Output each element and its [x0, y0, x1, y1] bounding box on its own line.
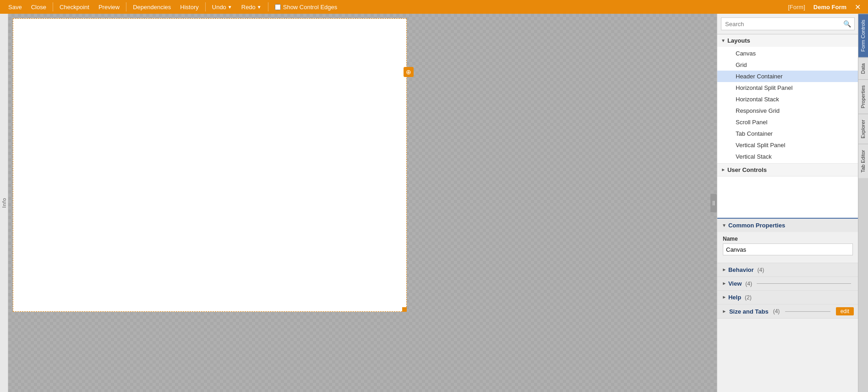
redo-dropdown[interactable]: Redo ▼: [237, 0, 266, 14]
layouts-section: ▼ Layouts Canvas Grid Header Container H…: [717, 34, 858, 164]
toolbar-divider-1: [53, 2, 53, 11]
help-count: (2): [745, 294, 752, 301]
tab-explorer[interactable]: Explorer: [858, 114, 868, 144]
help-arrow: ▼: [721, 295, 726, 300]
demo-form-button[interactable]: Demo Form: [809, 0, 851, 14]
save-button[interactable]: Save: [4, 0, 27, 14]
window-close-button[interactable]: ✕: [851, 3, 864, 11]
layouts-items: Canvas Grid Header Container Horizontal …: [717, 47, 858, 163]
size-tabs-line: [785, 311, 830, 312]
right-panel: 🔍 ▼ Layouts Canvas Grid Header Container…: [717, 14, 868, 392]
search-icon[interactable]: 🔍: [843, 20, 851, 28]
properties-panel: ▼ Common Properties Name ▼ Behavior: [717, 218, 858, 392]
toolbar: Save Close Checkpoint Preview Dependenci…: [0, 0, 868, 14]
form-tag-label: [Form]: [784, 4, 809, 11]
size-tabs-arrow: ▼: [721, 309, 726, 314]
tree-item-canvas[interactable]: Canvas: [717, 48, 858, 59]
close-button[interactable]: Close: [27, 0, 51, 14]
undo-dropdown[interactable]: Undo ▼: [207, 0, 237, 14]
common-props-arrow: ▼: [722, 223, 726, 228]
tree-item-grid[interactable]: Grid: [717, 59, 858, 71]
common-properties-header[interactable]: ▼ Common Properties: [717, 219, 858, 232]
user-controls-arrow: ▼: [721, 168, 726, 172]
control-edges-input[interactable]: [275, 4, 281, 10]
search-area: 🔍: [717, 14, 858, 34]
user-controls-section: ▼ User Controls: [717, 164, 858, 177]
canvas-wrapper: ⊕ ||: [8, 14, 717, 392]
edit-button[interactable]: edit: [836, 307, 854, 315]
help-section: ▼ Help (2): [717, 291, 858, 304]
size-tabs-header[interactable]: ▼ Size and Tabs (4) edit: [717, 304, 858, 318]
canvas-area: ⊕ ||: [8, 14, 717, 392]
move-icon: ⊕: [406, 68, 411, 76]
form-canvas[interactable]: ⊕: [13, 18, 407, 312]
user-controls-section-header[interactable]: ▼ User Controls: [717, 164, 858, 176]
toolbar-divider-3: [205, 2, 206, 11]
behavior-count: (4): [758, 267, 764, 273]
tree-item-scroll-panel[interactable]: Scroll Panel: [717, 116, 858, 128]
redo-caret: ▼: [257, 5, 262, 10]
toolbar-divider-4: [268, 2, 268, 11]
size-tabs-section: ▼ Size and Tabs (4) edit: [717, 304, 858, 319]
collapse-icon: ||: [712, 200, 715, 205]
size-tabs-count: (4): [773, 308, 780, 315]
view-arrow: ▼: [721, 282, 726, 286]
view-title: View: [728, 280, 742, 287]
info-tab[interactable]: Info: [0, 14, 8, 392]
tree-item-vertical-stack[interactable]: Vertical Stack: [717, 151, 858, 162]
tab-properties[interactable]: Properties: [858, 79, 868, 114]
name-label: Name: [723, 236, 853, 242]
layouts-section-header[interactable]: ▼ Layouts: [717, 34, 858, 47]
toolbar-divider-2: [126, 2, 126, 11]
name-prop-row: Name: [723, 236, 853, 255]
tree-item-horizontal-split-panel[interactable]: Horizontal Split Panel: [717, 82, 858, 94]
common-properties-title: Common Properties: [728, 222, 785, 229]
search-container: 🔍: [721, 17, 855, 30]
tree-item-tab-container[interactable]: Tab Container: [717, 128, 858, 139]
view-section: ▼ View (4): [717, 277, 858, 291]
help-header[interactable]: ▼ Help (2): [717, 291, 858, 304]
user-controls-label: User Controls: [727, 166, 767, 173]
size-tabs-title: Size and Tabs: [729, 308, 769, 315]
checkpoint-button[interactable]: Checkpoint: [55, 0, 94, 14]
help-title: Help: [728, 294, 741, 301]
tab-editor[interactable]: Tab Editor: [858, 144, 868, 178]
tree-item-responsive-grid[interactable]: Responsive Grid: [717, 105, 858, 116]
right-tabs: Form Controls Data Properties Explorer T…: [858, 14, 868, 392]
right-panel-content: 🔍 ▼ Layouts Canvas Grid Header Container…: [717, 14, 858, 392]
tab-data[interactable]: Data: [858, 57, 868, 79]
name-input[interactable]: [723, 243, 853, 255]
tree-item-horizontal-stack[interactable]: Horizontal Stack: [717, 94, 858, 105]
main-container: Info ⊕ || 🔍: [0, 14, 868, 392]
controls-tree: ▼ Layouts Canvas Grid Header Container H…: [717, 34, 858, 218]
move-handle[interactable]: ⊕: [404, 67, 414, 77]
behavior-header[interactable]: ▼ Behavior (4): [717, 263, 858, 276]
info-tab-label: Info: [1, 198, 7, 208]
toolbar-right: [Form] Demo Form ✕: [784, 0, 864, 14]
tree-item-header-container[interactable]: Header Container: [717, 71, 858, 82]
undo-caret: ▼: [228, 5, 232, 10]
dependencies-button[interactable]: Dependencies: [128, 0, 175, 14]
tab-form-controls[interactable]: Form Controls: [858, 14, 868, 57]
common-properties-content: Name: [717, 232, 858, 263]
preview-button[interactable]: Preview: [94, 0, 124, 14]
behavior-title: Behavior: [728, 266, 754, 273]
tree-item-vertical-split-panel[interactable]: Vertical Split Panel: [717, 139, 858, 151]
resize-handle[interactable]: [402, 307, 407, 312]
layouts-label: Layouts: [727, 37, 750, 44]
view-header[interactable]: ▼ View (4): [717, 277, 858, 290]
behavior-arrow: ▼: [721, 268, 726, 272]
view-line: [757, 283, 851, 284]
view-count: (4): [745, 281, 752, 287]
behavior-section: ▼ Behavior (4): [717, 263, 858, 277]
layouts-arrow: ▼: [721, 38, 726, 43]
history-button[interactable]: History: [175, 0, 203, 14]
common-properties-section: ▼ Common Properties Name: [717, 219, 858, 263]
show-control-edges-checkbox[interactable]: Show Control Edges: [270, 4, 342, 11]
collapse-handle[interactable]: ||: [710, 194, 717, 212]
search-input[interactable]: [721, 17, 855, 30]
